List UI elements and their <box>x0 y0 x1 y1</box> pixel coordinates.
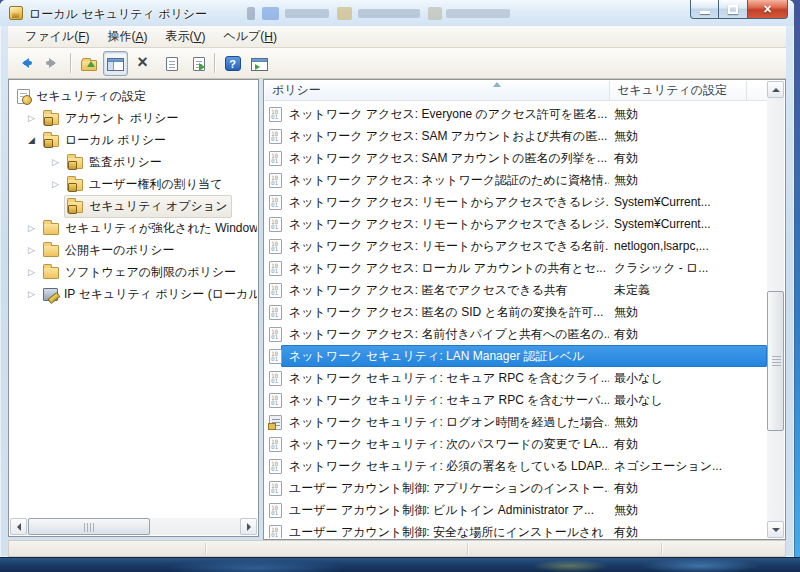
minimize-button[interactable] <box>690 0 719 19</box>
policy-row[interactable]: ユーザー アカウント制御: 安全な場所にインストールされ有効 <box>265 521 767 538</box>
policy-setting: 無効 <box>614 304 638 321</box>
policy-doc-icon <box>269 437 282 452</box>
tree-item[interactable]: ▷ソフトウェアの制限のポリシー <box>10 261 257 283</box>
tree-item-label: ローカル ポリシー <box>65 132 166 149</box>
ipsec-icon <box>43 288 58 301</box>
export-doc-button[interactable] <box>184 51 209 76</box>
doc-icon <box>166 57 178 71</box>
policy-row[interactable]: ネットワーク アクセス: 匿名でアクセスできる共有未定義 <box>265 279 767 301</box>
maximize-button[interactable] <box>719 0 747 19</box>
policy-row[interactable]: ネットワーク アクセス: リモートからアクセスできるレジ...System¥Cu… <box>265 191 767 213</box>
tree-item[interactable]: ▷セキュリティが強化された Windows <box>10 217 257 239</box>
policy-row[interactable]: ネットワーク セキュリティ: セキュア RPC を含むクライ...最小なし <box>265 367 767 389</box>
policy-name: ネットワーク アクセス: 匿名の SID と名前の変換を許可... <box>289 304 609 321</box>
policy-name: ネットワーク セキュリティ: LAN Manager 認証レベル <box>289 348 609 365</box>
sort-ascending-icon <box>493 82 501 87</box>
policy-row[interactable]: ネットワーク アクセス: ローカル アカウントの共有とセ...クラシック - ロ… <box>265 257 767 279</box>
policy-setting: 有効 <box>614 150 638 167</box>
policy-setting: System¥Current... <box>614 195 711 209</box>
forward-icon <box>44 55 61 71</box>
tree-item-label: 公開キーのポリシー <box>65 242 174 259</box>
toolbar-separator <box>70 53 71 73</box>
tree-item[interactable]: ▷公開キーのポリシー <box>10 239 257 261</box>
tree-item[interactable]: セキュリティ オプション <box>10 195 257 217</box>
close-button[interactable]: × <box>747 0 788 19</box>
policy-name: ネットワーク アクセス: ネットワーク認証のために資格情... <box>289 172 609 189</box>
policy-row[interactable]: ネットワーク セキュリティ: 次のパスワードの変更で LA...有効 <box>265 433 767 455</box>
glass-reflection <box>358 9 420 18</box>
scroll-down-button[interactable] <box>767 521 784 538</box>
policy-row[interactable]: ユーザー アカウント制御: ビルトイン Administrator ア...無効 <box>265 499 767 521</box>
tree-item[interactable]: セキュリティの設定 <box>10 85 257 107</box>
arrow-up-icon <box>772 84 780 92</box>
column-header-setting-label: セキュリティの設定 <box>617 83 727 97</box>
policy-row[interactable]: ネットワーク アクセス: ネットワーク認証のために資格情...無効 <box>265 169 767 191</box>
back-button[interactable] <box>13 51 38 76</box>
policy-doc-icon <box>269 371 282 386</box>
up-folder-button[interactable] <box>76 51 101 76</box>
glass-reflection <box>428 7 442 20</box>
doc-button[interactable] <box>157 51 182 76</box>
policy-doc-icon <box>269 239 282 254</box>
policy-list-pane: ポリシー セキュリティの設定 ネットワーク アクセス: Everyone のアク… <box>263 79 786 540</box>
policy-row[interactable]: ネットワーク アクセス: Everyone のアクセス許可を匿名...無効 <box>265 103 767 125</box>
menu-f[interactable]: ファイル(F) <box>16 26 98 47</box>
folder-icon <box>43 267 59 279</box>
policy-row[interactable]: ネットワーク セキュリティ: 必須の署名をしている LDAP...ネゴシエーショ… <box>265 455 767 477</box>
policy-row[interactable]: ネットワーク アクセス: リモートからアクセスできる名前...netlogon,… <box>265 235 767 257</box>
collapsed-expander-icon[interactable]: ▷ <box>47 157 64 167</box>
collapsed-expander-icon[interactable]: ▷ <box>47 179 64 189</box>
policy-setting: 有効 <box>614 436 638 453</box>
help-button[interactable]: ? <box>220 51 245 76</box>
collapsed-expander-icon[interactable]: ▷ <box>23 289 40 299</box>
menu-v[interactable]: 表示(V) <box>156 26 214 47</box>
collapsed-expander-icon[interactable]: ▷ <box>23 113 40 123</box>
policy-name: ユーザー アカウント制御: アプリケーションのインストー... <box>289 480 609 497</box>
taskbar[interactable] <box>0 557 800 572</box>
policy-setting: ネゴシエーション... <box>614 458 722 475</box>
tree-horizontal-scrollbar[interactable] <box>10 518 257 535</box>
show-tree-button[interactable] <box>103 51 128 76</box>
collapsed-expander-icon[interactable]: ▷ <box>23 223 40 233</box>
app-icon <box>9 6 23 20</box>
column-header-setting[interactable]: セキュリティの設定 <box>610 81 747 101</box>
collapsed-expander-icon[interactable]: ▷ <box>23 245 40 255</box>
tree-item-label: セキュリティが強化された Windows <box>65 220 257 237</box>
collapsed-expander-icon[interactable]: ▷ <box>23 267 40 277</box>
policy-name: ユーザー アカウント制御: ビルトイン Administrator ア... <box>289 502 609 519</box>
delete-button[interactable]: × <box>130 51 155 76</box>
tree-item[interactable]: ▷監査ポリシー <box>10 151 257 173</box>
title-bar[interactable]: ローカル セキュリティ ポリシー × <box>0 0 794 26</box>
policy-row[interactable]: ネットワーク セキュリティ: セキュア RPC を含むサーバ...最小なし <box>265 389 767 411</box>
policy-setting: 無効 <box>614 414 638 431</box>
tree-item[interactable]: ▷アカウント ポリシー <box>10 107 257 129</box>
policy-row[interactable]: ネットワーク セキュリティ: LAN Manager 認証レベルNTLM 応答の… <box>265 345 767 367</box>
policy-row[interactable]: ユーザー アカウント制御: アプリケーションのインストー...有効 <box>265 477 767 499</box>
policy-row[interactable]: ネットワーク アクセス: SAM アカウントの匿名の列挙を...有効 <box>265 147 767 169</box>
scroll-up-button[interactable] <box>767 81 784 98</box>
tree-item[interactable]: ▷ユーザー権利の割り当て <box>10 173 257 195</box>
scroll-left-button[interactable] <box>10 518 27 535</box>
new-window-button[interactable] <box>247 51 272 76</box>
expanded-expander-icon[interactable]: ◢ <box>23 135 40 145</box>
policy-row[interactable]: ネットワーク アクセス: 匿名の SID と名前の変換を許可...無効 <box>265 301 767 323</box>
list-vertical-scrollbar[interactable] <box>767 81 784 538</box>
folder-icon <box>43 223 59 235</box>
policy-row[interactable]: ネットワーク アクセス: SAM アカウントおよび共有の匿...無効 <box>265 125 767 147</box>
menu-a[interactable]: 操作(A) <box>98 26 156 47</box>
column-header-policy[interactable]: ポリシー <box>265 81 610 101</box>
scroll-right-button[interactable] <box>240 518 257 535</box>
tree-item[interactable]: ◢ローカル ポリシー <box>10 129 257 151</box>
forward-button[interactable] <box>40 51 65 76</box>
policy-row[interactable]: ネットワーク セキュリティ: ログオン時間を経過した場合...無効 <box>265 411 767 433</box>
horizontal-scroll-thumb[interactable] <box>28 518 150 535</box>
glass-reflection <box>247 7 255 20</box>
folder-lock-icon <box>67 179 83 191</box>
policy-setting: netlogon,lsarpc,... <box>614 239 709 253</box>
menu-h[interactable]: ヘルプ(H) <box>215 26 287 47</box>
policy-row[interactable]: ネットワーク アクセス: 名前付きパイプと共有への匿名の...有効 <box>265 323 767 345</box>
tree-item[interactable]: ▷IP セキュリティ ポリシー (ローカル <box>10 283 257 305</box>
vertical-scroll-thumb[interactable] <box>767 291 784 431</box>
policy-name: ネットワーク アクセス: SAM アカウントの匿名の列挙を... <box>289 150 609 167</box>
policy-row[interactable]: ネットワーク アクセス: リモートからアクセスできるレジ...System¥Cu… <box>265 213 767 235</box>
